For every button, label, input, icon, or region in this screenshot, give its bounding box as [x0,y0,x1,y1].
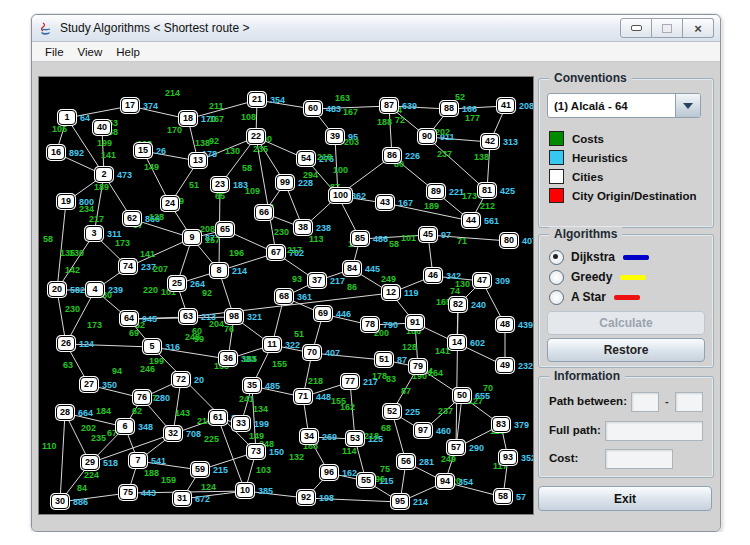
city-node[interactable]: 46 [424,268,442,283]
calculate-button[interactable]: Calculate [547,311,705,335]
city-node[interactable]: 3 [85,226,103,241]
city-node[interactable]: 72 [172,372,190,387]
city-node[interactable]: 53 [346,431,364,446]
city-node[interactable]: 57 [447,440,465,455]
path-from-field[interactable] [631,392,659,412]
city-node[interactable]: 38 [294,220,312,235]
algorithm-option-dijkstra[interactable]: Dijkstra [549,249,649,265]
city-node[interactable]: 21 [248,92,266,107]
city-node[interactable]: 79 [409,359,427,374]
city-node[interactable]: 14 [448,335,466,350]
city-node[interactable]: 93 [499,450,517,465]
close-button[interactable]: × [683,18,714,38]
city-node[interactable]: 61 [209,410,227,425]
city-node[interactable]: 83 [492,417,510,432]
city-node[interactable]: 76 [133,390,151,405]
menu-help[interactable]: Help [109,44,147,60]
city-node[interactable]: 27 [80,377,98,392]
city-node[interactable]: 56 [397,454,415,469]
city-node[interactable]: 91 [406,315,424,330]
city-node[interactable]: 9 [183,230,201,245]
city-node[interactable]: 60 [304,101,322,116]
city-node[interactable]: 37 [308,273,326,288]
city-node[interactable]: 58 [494,489,512,504]
city-node[interactable]: 42 [481,134,499,149]
city-node[interactable]: 28 [56,405,74,420]
city-node[interactable]: 75 [119,485,137,500]
city-node[interactable]: 99 [276,175,294,190]
city-node[interactable]: 96 [320,465,338,480]
city-node[interactable]: 29 [81,455,99,470]
city-node[interactable]: 84 [343,261,361,276]
city-node[interactable]: 80 [500,233,518,248]
exit-button[interactable]: Exit [538,486,712,511]
city-node[interactable]: 66 [255,205,273,220]
city-node[interactable]: 44 [462,213,480,228]
city-node[interactable]: 74 [119,259,137,274]
menu-view[interactable]: View [71,44,110,60]
city-node[interactable]: 26 [57,336,75,351]
city-node[interactable]: 55 [357,473,375,488]
algorithm-option-greedy[interactable]: Greedy [549,269,646,285]
city-node[interactable]: 40 [93,120,111,135]
city-node[interactable]: 5 [143,339,161,354]
city-node[interactable]: 82 [449,297,467,312]
minimize-button[interactable] [620,18,652,38]
city-node[interactable]: 16 [47,145,65,160]
city-node[interactable]: 78 [361,317,379,332]
city-node[interactable]: 25 [168,276,186,291]
city-node[interactable]: 20 [48,282,66,297]
city-node[interactable]: 100 [329,188,352,203]
city-node[interactable]: 11 [263,337,281,352]
city-node[interactable]: 48 [496,317,514,332]
city-node[interactable]: 32 [164,426,182,441]
city-node[interactable]: 4 [86,282,104,297]
city-node[interactable]: 47 [473,273,491,288]
full-path-field[interactable] [605,421,703,441]
city-node[interactable]: 24 [161,196,179,211]
city-node[interactable]: 45 [419,227,437,242]
radio-button[interactable] [549,250,564,265]
city-node[interactable]: 69 [314,306,332,321]
city-node[interactable]: 50 [453,388,471,403]
city-node[interactable]: 6 [116,419,134,434]
city-node[interactable]: 98 [225,309,243,324]
city-node[interactable]: 23 [211,177,229,192]
city-node[interactable]: 90 [418,129,436,144]
maximize-button[interactable] [652,18,683,38]
radio-button[interactable] [549,290,564,305]
city-node[interactable]: 30 [51,494,69,509]
city-node[interactable]: 52 [383,404,401,419]
city-node[interactable]: 64 [120,311,138,326]
cost-field[interactable] [605,449,673,469]
city-node[interactable]: 85 [351,231,369,246]
radio-button[interactable] [549,270,564,285]
city-node[interactable]: 95 [391,494,409,509]
city-node[interactable]: 13 [189,153,207,168]
city-node[interactable]: 8 [210,263,228,278]
city-node[interactable]: 63 [179,309,197,324]
city-node[interactable]: 97 [414,423,432,438]
city-node[interactable]: 94 [436,474,454,489]
city-node[interactable]: 67 [267,245,285,260]
city-node[interactable]: 31 [173,491,191,506]
city-node[interactable]: 43 [376,195,394,210]
graph-canvas[interactable]: 1641737418170213546048387639881664120816… [38,76,534,515]
graph-select-dropdown[interactable]: (1) Alcalá - 64 [547,93,701,118]
city-node[interactable]: 86 [383,148,401,163]
city-node[interactable]: 89 [427,184,445,199]
city-node[interactable]: 73 [247,444,265,459]
city-node[interactable]: 71 [294,389,312,404]
city-node[interactable]: 10 [236,483,254,498]
city-node[interactable]: 59 [191,462,209,477]
city-node[interactable]: 70 [303,345,321,360]
path-to-field[interactable] [675,392,703,412]
city-node[interactable]: 92 [297,490,315,505]
city-node[interactable]: 62 [123,211,141,226]
city-node[interactable]: 54 [297,151,315,166]
menu-file[interactable]: File [38,44,71,60]
city-node[interactable]: 49 [496,358,514,373]
city-node[interactable]: 34 [300,429,318,444]
city-node[interactable]: 41 [497,98,515,113]
algorithm-option-a-star[interactable]: A Star [549,289,640,305]
